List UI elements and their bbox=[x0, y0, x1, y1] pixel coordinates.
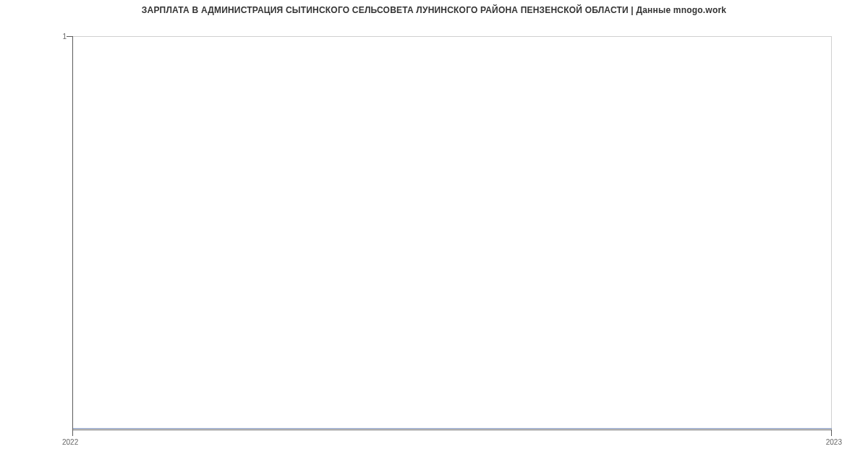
chart-series-line bbox=[73, 428, 832, 429]
x-axis-tick-label: 2022 bbox=[62, 438, 78, 446]
y-axis-tick bbox=[67, 36, 72, 37]
y-axis-tick-label: 1 bbox=[58, 33, 67, 40]
x-axis-tick bbox=[831, 430, 832, 436]
chart-title: ЗАРПЛАТА В АДМИНИСТРАЦИЯ СЫТИНСКОГО СЕЛЬ… bbox=[0, 5, 868, 15]
x-axis-tick-label: 2023 bbox=[826, 438, 842, 446]
x-axis-tick bbox=[72, 430, 73, 436]
chart-frame bbox=[73, 36, 832, 430]
chart-plot-area bbox=[72, 36, 832, 430]
